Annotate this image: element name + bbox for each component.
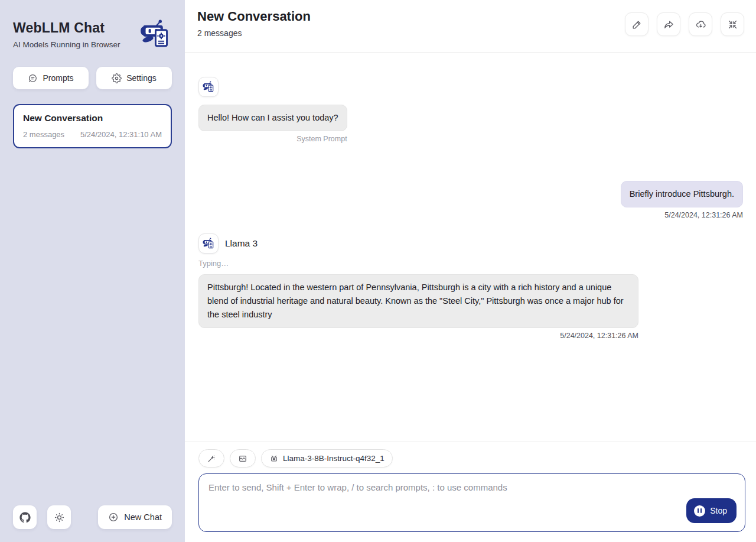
settings-button-label: Settings: [126, 73, 157, 83]
app-subtitle: AI Models Running in Browser: [13, 40, 120, 49]
new-chat-button[interactable]: New Chat: [98, 505, 172, 529]
brand-text: WebLLM Chat AI Models Running in Browser: [13, 20, 120, 49]
brand: WebLLM Chat AI Models Running in Browser: [13, 18, 172, 51]
sidebar: WebLLM Chat AI Models Running in Browser…: [0, 0, 185, 542]
robot-logo-icon: [140, 18, 172, 51]
model-selector-label: Llama-3-8B-Instruct-q4f32_1: [283, 454, 384, 463]
message-assistant-llama: Llama 3 Typing… Pittsburgh! Located in t…: [198, 233, 743, 340]
chat-bubble-icon: [28, 73, 38, 83]
message-timestamp: 5/24/2024, 12:31:26 AM: [198, 332, 638, 340]
attach-image-button[interactable]: [230, 449, 256, 468]
github-button[interactable]: [13, 505, 37, 529]
header-actions: [625, 12, 744, 36]
pencil-icon: [631, 19, 643, 30]
conversation-title: New Conversation: [23, 113, 162, 124]
prompts-button[interactable]: Prompts: [13, 67, 89, 89]
composer-toolbar: Llama-3-8B-Instruct-q4f32_1: [198, 449, 745, 468]
sun-icon: [54, 512, 65, 523]
pause-icon: [694, 505, 705, 517]
main-panel: New Conversation 2 messages: [185, 0, 756, 542]
image-icon: [238, 454, 247, 463]
conversation-list-item-selected[interactable]: New Conversation 2 messages 5/24/2024, 1…: [13, 104, 172, 148]
message-bubble[interactable]: Pittsburgh! Located in the western part …: [198, 274, 638, 328]
github-icon: [19, 512, 31, 523]
rename-button[interactable]: [625, 12, 649, 36]
collapse-button[interactable]: [721, 12, 744, 36]
message-timestamp: 5/24/2024, 12:31:26 AM: [664, 211, 743, 219]
conversation-time: 5/24/2024, 12:31:10 AM: [80, 130, 162, 139]
new-chat-button-label: New Chat: [124, 512, 162, 522]
message-label: System Prompt: [198, 135, 347, 143]
cloud-download-icon: [695, 19, 706, 30]
chat-header: New Conversation 2 messages: [185, 0, 756, 53]
share-button[interactable]: [657, 12, 680, 36]
chat-title: New Conversation: [197, 9, 311, 24]
prompt-shortcut-button[interactable]: [198, 449, 224, 468]
prompts-button-label: Prompts: [43, 73, 73, 83]
sidebar-footer: New Chat: [13, 505, 172, 529]
message-bubble[interactable]: Hello! How can I assist you today?: [198, 105, 347, 131]
sidebar-actions: Prompts Settings: [13, 67, 172, 89]
robot-avatar-icon: [203, 80, 215, 93]
collapse-arrows-icon: [727, 19, 738, 30]
composer: Llama-3-8B-Instruct-q4f32_1 Stop: [185, 442, 756, 542]
robot-avatar-icon: [203, 237, 215, 250]
chat-input-container: Stop: [198, 473, 745, 532]
message-bubble[interactable]: Briefly introduce Pittsburgh.: [621, 181, 743, 207]
chat-input[interactable]: [207, 481, 737, 524]
chat-subtitle: 2 messages: [197, 28, 311, 38]
model-name-label: Llama 3: [225, 238, 258, 249]
conversation-count: 2 messages: [23, 130, 64, 139]
app-title: WebLLM Chat: [13, 20, 120, 36]
model-selector-button[interactable]: Llama-3-8B-Instruct-q4f32_1: [261, 449, 393, 468]
robot-face-icon: [269, 454, 279, 463]
share-arrow-icon: [663, 19, 674, 30]
magic-wand-icon: [207, 454, 216, 463]
message-assistant-system: Hello! How can I assist you today? Syste…: [198, 77, 743, 143]
typing-status: Typing…: [198, 259, 743, 268]
conversation-meta: 2 messages 5/24/2024, 12:31:10 AM: [23, 130, 162, 139]
chat-message-list: Hello! How can I assist you today? Syste…: [185, 53, 756, 442]
theme-toggle-button[interactable]: [47, 505, 71, 529]
gear-icon: [112, 73, 122, 83]
stop-button[interactable]: Stop: [686, 498, 737, 523]
plus-circle-icon: [108, 512, 119, 522]
assistant-avatar-button[interactable]: [198, 233, 219, 254]
chat-header-text: New Conversation 2 messages: [197, 9, 311, 38]
assistant-avatar-button[interactable]: [198, 77, 219, 97]
settings-button[interactable]: Settings: [96, 67, 172, 89]
message-user: Briefly introduce Pittsburgh. 5/24/2024,…: [198, 181, 743, 219]
export-button[interactable]: [689, 12, 712, 36]
stop-button-label: Stop: [710, 506, 727, 515]
